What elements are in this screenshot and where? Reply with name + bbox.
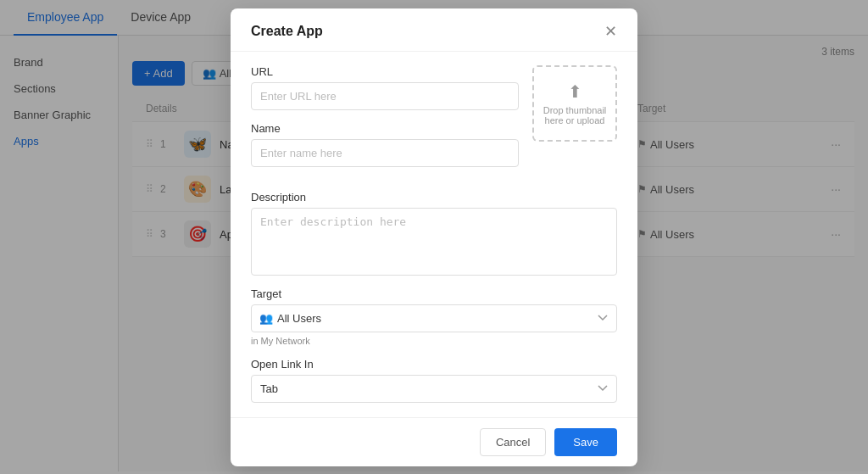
description-input[interactable] (251, 208, 617, 276)
thumbnail-text-line1: Drop thumbnail (543, 105, 607, 115)
name-group: Name (251, 122, 519, 167)
name-label: Name (251, 122, 519, 135)
open-link-select[interactable]: Tab (251, 375, 617, 403)
url-thumb-row: URL Name ⬆ Drop thumbnail here or upload (251, 65, 617, 179)
url-label: URL (251, 65, 519, 78)
create-app-modal: Create App ✕ URL Name ⬆ Drop thumbnail h… (231, 8, 637, 466)
close-button[interactable]: ✕ (604, 24, 617, 39)
thumbnail-text-line2: here or upload (545, 115, 605, 125)
modal-header: Create App ✕ (231, 8, 637, 52)
target-select[interactable]: All Users (251, 304, 617, 332)
modal-body: URL Name ⬆ Drop thumbnail here or upload… (231, 52, 637, 417)
url-section: URL Name (251, 65, 519, 179)
open-link-label: Open Link In (251, 358, 617, 371)
open-link-group: Open Link In Tab (251, 358, 617, 403)
target-select-wrapper: All Users 👥 (251, 304, 617, 332)
target-users-icon: 👥 (259, 312, 273, 325)
modal-title: Create App (251, 24, 323, 39)
target-group: Target All Users 👥 in My Network (251, 287, 617, 346)
url-input[interactable] (251, 82, 519, 110)
url-group: URL (251, 65, 519, 110)
upload-icon: ⬆ (568, 81, 582, 102)
cancel-button[interactable]: Cancel (480, 428, 546, 456)
name-input[interactable] (251, 139, 519, 167)
save-button[interactable]: Save (554, 428, 617, 456)
modal-footer: Cancel Save (231, 417, 637, 466)
description-group: Description (251, 191, 617, 276)
description-label: Description (251, 191, 617, 204)
target-hint: in My Network (251, 336, 617, 346)
thumbnail-upload[interactable]: ⬆ Drop thumbnail here or upload (532, 65, 617, 142)
target-label: Target (251, 287, 617, 300)
